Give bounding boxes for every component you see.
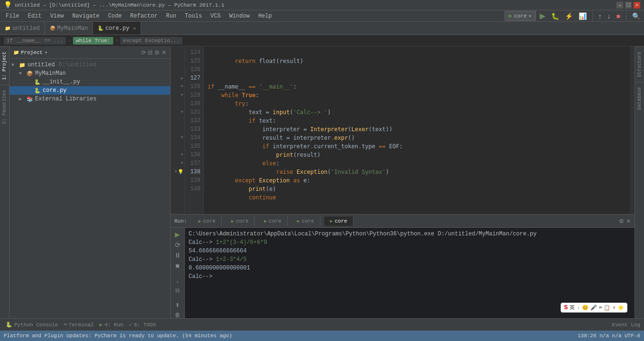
debug-button[interactable]: 🐛 [549, 11, 561, 21]
gutter-128: ▼ [171, 82, 184, 91]
bottom-tabs-bar: 🐍 Python Console ⌨ Terminal ▶ 4: Run ✓ 6… [0, 318, 644, 331]
line-num-133: 133 [185, 125, 200, 134]
search-everywhere-button[interactable]: 🔍 [630, 11, 642, 21]
breadcrumb-if[interactable]: if __name__ == ... [4, 37, 66, 45]
line-num-138: 138 [185, 168, 200, 176]
tree-item-init[interactable]: ▶ 🐍 __init__.py [9, 78, 170, 86]
tab-close-icon[interactable]: ✕ [133, 26, 136, 31]
menu-edit[interactable]: Edit [24, 12, 45, 20]
run-play-button[interactable]: ▶ [172, 231, 183, 238]
profile-button[interactable]: 📊 [577, 11, 589, 21]
update-button[interactable]: ↓ [606, 11, 613, 21]
run-settings-button[interactable]: ⚙ [619, 218, 624, 224]
tree-icon-untitled: 📁 [19, 62, 26, 68]
gutter-124 [171, 48, 184, 57]
collapse-all-button[interactable]: ⊟ [148, 49, 153, 56]
tree-icon-mymainman: 📦 [27, 71, 33, 77]
menu-vcs[interactable]: VCS [207, 12, 225, 20]
right-tab-structure[interactable]: Structure [635, 46, 644, 82]
line-num-131: 131 [185, 108, 200, 117]
line-num-127: 127 [185, 74, 200, 82]
bottom-tab-todo[interactable]: ✓ 6: TODO [127, 321, 158, 329]
tree-item-ext-libs[interactable]: ▶ 📚 External Libraries [9, 95, 170, 103]
menu-tools[interactable]: Tools [181, 12, 206, 20]
run-reload-button[interactable]: ⟳ [172, 241, 183, 249]
settings-button[interactable]: ⚙ [154, 49, 160, 56]
line-num-135: 135 [185, 142, 200, 151]
left-tab-project[interactable]: 1: Project [0, 46, 9, 85]
run-tab-2[interactable]: ▶ core [226, 216, 254, 226]
run-command-line: C:\Users\Administrator\AppData\Local\Pro… [189, 230, 631, 238]
run-config-selector[interactable]: ▶ core ▾ [505, 11, 536, 21]
run-tab-4[interactable]: ▶ core [291, 216, 320, 226]
event-log-label[interactable]: Event Log [612, 322, 640, 328]
menu-view[interactable]: View [46, 12, 68, 20]
gutter-125 [171, 57, 184, 65]
run-pause-button[interactable]: ⏸ [172, 251, 183, 259]
tab-untitled[interactable]: 📁 untitled [0, 22, 45, 35]
menu-window[interactable]: Window [226, 12, 254, 20]
tree-item-mymainman[interactable]: ▼ 📦 MyMainMan [9, 69, 170, 78]
hide-panel-button[interactable]: ✕ [162, 49, 166, 56]
line-numbers: 124 125 126 127 128 129 130 131 132 133 … [185, 46, 204, 214]
line-num-136: 136 [185, 151, 200, 159]
right-tab-database[interactable]: Database [635, 82, 644, 115]
stop-button[interactable]: ■ [615, 11, 622, 21]
tree-item-untitled[interactable]: ▼ 📁 untitled D:\untitled [9, 61, 170, 69]
line-130: text = input('Calc--> ') [208, 109, 331, 116]
vcs-button[interactable]: ↑ [597, 11, 604, 21]
menu-file[interactable]: File [2, 12, 23, 20]
editor-area: ▶ ▼ ▼ ▼ ▼ ▼ ▼ ▼💡 124 125 126 127 [171, 46, 635, 318]
run-tab-icon-3: ▶ [264, 218, 267, 224]
coverage-button[interactable]: ⚡ [563, 11, 575, 21]
run-tab-3[interactable]: ▶ core [258, 216, 287, 226]
breadcrumb-except[interactable]: except Exceptio... [120, 37, 182, 45]
project-dropdown-arrow[interactable]: ▾ [45, 50, 47, 55]
breadcrumb-while[interactable]: while True: [73, 37, 113, 45]
run-filter-button[interactable]: ⊟ [172, 287, 183, 294]
run-scroll-button[interactable]: ↓ [172, 278, 183, 284]
run-share-button[interactable]: ⬆ [172, 302, 183, 309]
code-content[interactable]: return float(result) if __name__ == '__m… [204, 46, 630, 214]
title-bar-text: untitled – [D:\untitled] – ...\MyMainMan… [15, 2, 224, 8]
bottom-tab-terminal[interactable]: ⌨ Terminal [62, 321, 95, 329]
bottom-tab-python-console[interactable]: 🐍 Python Console [4, 321, 60, 329]
tree-path-untitled: D:\untitled [59, 62, 96, 68]
fold-arrow-134[interactable]: ▼ [181, 135, 183, 140]
menu-navigate[interactable]: Navigate [68, 12, 103, 20]
tab-corepy[interactable]: 🐍 core.py ✕ [93, 22, 141, 35]
menu-refactor[interactable]: Refactor [127, 12, 162, 20]
run-output-3: Calc--> 1+2-3*4/5 [189, 255, 631, 264]
close-button[interactable]: ✕ [634, 2, 640, 9]
tab-mymainman[interactable]: 📦 MyMainMan [45, 22, 93, 35]
menu-run[interactable]: Run [162, 12, 180, 20]
tree-icon-ext: 📚 [27, 96, 33, 102]
fold-arrow-131[interactable]: ▼ [181, 110, 183, 115]
run-tab-1[interactable]: ▶ core [192, 216, 221, 226]
fold-arrow-137[interactable]: ▼ [181, 161, 183, 166]
fold-arrow-127[interactable]: ▶ [181, 76, 183, 81]
line-124: return float(result) [208, 58, 303, 64]
run-panel: Run: ▶ core ▶ core ▶ core ▶ core [171, 214, 635, 318]
bottom-tab-run[interactable]: ▶ 4: Run [98, 321, 125, 329]
run-tab-5[interactable]: ▶ core [324, 216, 353, 226]
menu-help[interactable]: Help [254, 12, 276, 20]
fold-arrow-136[interactable]: ▼ [181, 153, 183, 157]
maximize-button[interactable]: ☐ [625, 2, 632, 9]
run-button[interactable]: ▶ [538, 10, 547, 21]
run-trash-button[interactable]: 🗑 [172, 312, 183, 318]
minimize-button[interactable]: – [617, 2, 623, 9]
fold-arrow-128[interactable]: ▼ [181, 84, 183, 89]
line-137: raise Exception('Invalid Syntax') [208, 169, 389, 175]
sync-files-button[interactable]: ⟳ [141, 49, 146, 56]
menu-code[interactable]: Code [104, 12, 126, 20]
fold-arrow-129[interactable]: ▼ [181, 93, 183, 98]
tree-item-corepy[interactable]: ▶ 🐍 core.py [9, 86, 170, 95]
tree-label-mymainman: MyMainMan [35, 70, 66, 77]
fold-arrow-138[interactable]: ▼ [175, 170, 177, 174]
run-close-button[interactable]: ✕ [626, 218, 631, 224]
main-content: 1: Project 2: Favorites 📁 Project ▾ ⟳ ⊟ … [0, 46, 644, 318]
run-stop-button[interactable]: ■ [172, 262, 183, 269]
left-tab-favorites[interactable]: 2: Favorites [0, 85, 9, 129]
right-vertical-tabs: Structure Database [635, 46, 644, 318]
